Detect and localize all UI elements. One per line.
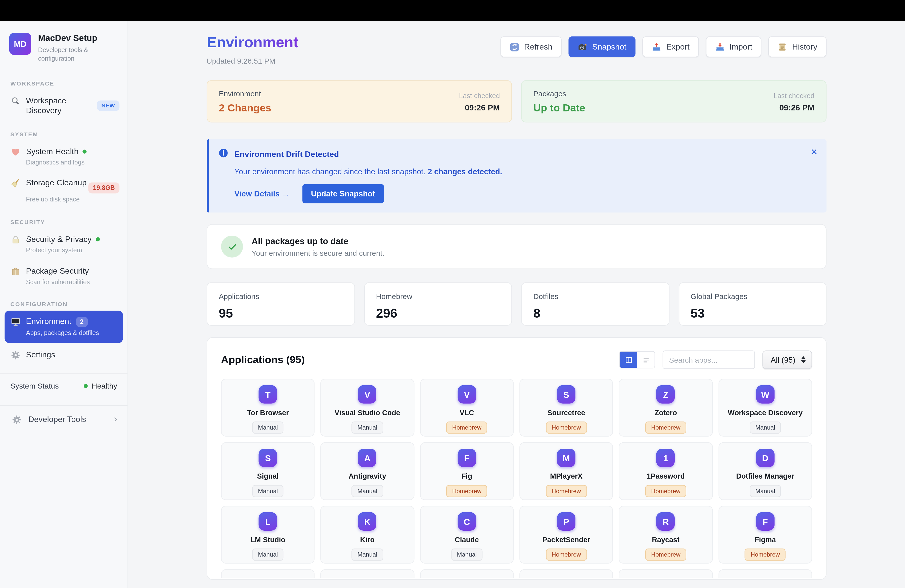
sidebar-item-storage-cleanup[interactable]: Storage Cleanup19.8GBFree up disk space (0, 172, 127, 210)
app-window: MD MacDev Setup Developer tools & config… (0, 0, 905, 588)
environment-status-card: Environment 2 Changes Last checked 09:26… (206, 80, 512, 122)
app-tile-raycast[interactable]: RRaycastHomebrew (619, 506, 713, 564)
app-icon: V (457, 385, 476, 404)
last-checked-label: Last checked (459, 92, 500, 100)
app-tile-mplayerx[interactable]: MMPlayerXHomebrew (519, 442, 613, 500)
stat-label: Global Packages (691, 292, 814, 301)
app-tile-signal[interactable]: SSignalManual (221, 442, 315, 500)
app-tile-lm-studio[interactable]: LLM StudioManual (221, 506, 315, 564)
refresh-button[interactable]: Refresh (500, 37, 562, 57)
app-tile-workspace-discovery[interactable]: WWorkspace DiscoveryManual (718, 379, 812, 437)
app-name: Signal (257, 472, 279, 480)
sidebar-item-environment[interactable]: Environment2Apps, packages & dotfiles (5, 311, 123, 343)
app-source-badge: Manual (352, 548, 383, 561)
import-icon (715, 42, 725, 52)
grid-icon (624, 355, 633, 364)
system-status-row: System Status Healthy (0, 373, 127, 398)
list-view-button[interactable] (637, 351, 655, 368)
snapshot-button[interactable]: Snapshot (568, 37, 636, 57)
update-snapshot-button[interactable]: Update Snapshot (302, 184, 384, 203)
app-icon: F (756, 512, 774, 531)
view-details-link[interactable]: View Details → (234, 189, 290, 198)
sidebar-item-subtitle: Apps, packages & dotfiles (26, 329, 118, 337)
gear-icon (11, 415, 22, 425)
stat-card-global-packages: Global Packages53 (678, 283, 827, 326)
sidebar-item-workspace-discovery[interactable]: Workspace DiscoveryNEW (0, 90, 127, 121)
status-dot-icon (83, 149, 86, 153)
app-name: Dotfiles Manager (736, 472, 794, 480)
app-name: MPlayerX (550, 472, 583, 480)
sidebar: MD MacDev Setup Developer tools & config… (0, 21, 128, 588)
last-checked-label: Last checked (773, 92, 814, 100)
app-tile-dotfiles-manager[interactable]: DDotfiles ManagerManual (718, 442, 812, 500)
sidebar-item-label: Workspace Discovery (26, 95, 97, 116)
sidebar-item-label: Settings (26, 350, 55, 360)
uptodate-card: All packages up to date Your environment… (206, 224, 827, 269)
heart-icon (10, 146, 21, 157)
button-label: Refresh (524, 42, 553, 52)
lock-icon (10, 234, 21, 245)
app-tile-packetsender[interactable]: PPacketSenderHomebrew (519, 506, 613, 564)
app-tile-clipped (420, 569, 514, 578)
app-tile-zotero[interactable]: ZZoteroHomebrew (619, 379, 713, 437)
grid-view-button[interactable] (620, 351, 637, 368)
main-area: Environment Updated 9:26:51 PM RefreshSn… (128, 21, 905, 588)
app-tile-antigravity[interactable]: AAntigravityManual (321, 442, 414, 500)
close-icon[interactable]: × (811, 146, 818, 157)
app-tile-kiro[interactable]: KKiroManual (321, 506, 414, 564)
info-icon (218, 148, 229, 158)
app-name: Figma (755, 536, 776, 544)
app-tile-visual-studio-code[interactable]: VVisual Studio CodeManual (321, 379, 414, 437)
developer-tools-row[interactable]: Developer Tools › (0, 405, 127, 433)
sidebar-item-security-privacy[interactable]: Security & PrivacyProtect your system (0, 229, 127, 260)
app-tile-claude[interactable]: CClaudeManual (420, 506, 514, 564)
stat-card-homebrew: Homebrew296 (364, 283, 512, 326)
app-icon: A (358, 449, 376, 467)
app-tile-sourcetree[interactable]: SSourcetreeHomebrew (519, 379, 613, 437)
import-button[interactable]: Import (706, 37, 762, 57)
developer-tools-label: Developer Tools (28, 415, 86, 424)
sidebar-item-subtitle: Scan for vulnerabilities (26, 278, 119, 286)
app-tile-1password[interactable]: 11PasswordHomebrew (619, 442, 713, 500)
app-icon: 1 (657, 449, 675, 467)
app-icon: M (557, 449, 575, 467)
sidebar-section-label: SECURITY (10, 219, 117, 225)
app-tile-figma[interactable]: FFigmaHomebrew (718, 506, 812, 564)
applications-card: Applications (95) All (95) (206, 337, 827, 580)
sidebar-item-label: Storage Cleanup (26, 178, 86, 188)
app-source-badge: Homebrew (745, 548, 786, 561)
gear-icon (10, 350, 21, 360)
app-tile-vlc[interactable]: VVLCHomebrew (420, 379, 514, 437)
sidebar-item-settings[interactable]: Settings (0, 344, 127, 366)
app-source-badge: Homebrew (546, 548, 587, 561)
export-button[interactable]: Export (643, 37, 699, 57)
chevron-right-icon: › (114, 415, 117, 424)
view-toggle (619, 351, 655, 369)
app-icon: Z (657, 385, 675, 404)
button-label: Import (729, 42, 752, 52)
uptodate-title: All packages up to date (252, 236, 384, 246)
package-icon (10, 266, 21, 276)
drift-alert-banner: Environment Drift Detected Your environm… (206, 139, 827, 213)
camera-icon (578, 42, 587, 52)
packages-status-card: Packages Up to Date Last checked 09:26 P… (521, 80, 827, 122)
status-card-value: Up to Date (533, 102, 585, 114)
app-icon: R (657, 512, 675, 531)
history-button[interactable]: History (768, 37, 827, 57)
last-checked-time: 09:26 PM (773, 103, 814, 112)
app-tile-tor-browser[interactable]: TTor BrowserManual (221, 379, 315, 437)
search-input[interactable] (663, 351, 755, 369)
app-icon: C (457, 512, 476, 531)
app-source-badge: Homebrew (546, 421, 587, 434)
sidebar-item-label: Environment (26, 317, 71, 327)
status-dot-icon (84, 384, 88, 388)
filter-dropdown[interactable]: All (95) (762, 351, 812, 369)
app-source-badge: Manual (451, 548, 483, 561)
sidebar-item-package-security[interactable]: Package SecurityScan for vulnerabilities (0, 260, 127, 292)
stat-card-dotfiles: Dotfiles8 (521, 283, 669, 326)
app-tile-fig[interactable]: FFigHomebrew (420, 442, 514, 500)
stat-value: 53 (691, 306, 814, 321)
sidebar-item-system-health[interactable]: System HealthDiagnostics and logs (0, 141, 127, 172)
app-tile-clipped (321, 569, 414, 578)
app-source-badge: Manual (252, 485, 284, 497)
